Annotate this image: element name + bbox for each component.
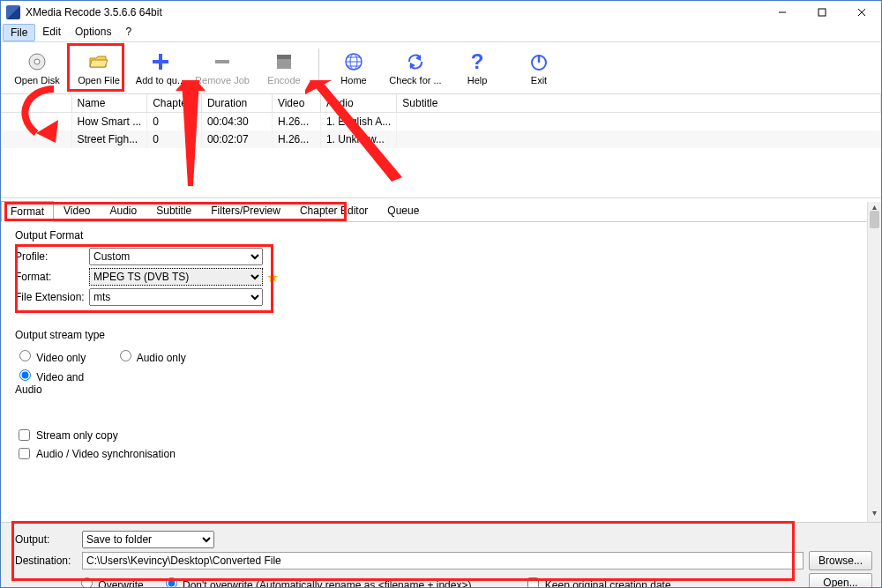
check-updates-button[interactable]: Check for ...: [385, 43, 446, 93]
menu-options[interactable]: Options: [68, 24, 118, 41]
maximize-button[interactable]: [802, 1, 841, 24]
vertical-scrollbar[interactable]: ▴ ▾: [867, 202, 881, 522]
output-mode-select[interactable]: Save to folder: [82, 531, 214, 548]
dont-overwrite-radio[interactable]: Don't overwrite (Automatically rename as…: [161, 575, 472, 589]
output-label: Output:: [15, 533, 77, 546]
app-icon: [6, 5, 20, 19]
svg-rect-7: [153, 60, 168, 63]
plus-icon: [149, 50, 172, 73]
profile-label: Profile:: [15, 250, 89, 263]
folder-open-icon: [87, 50, 110, 73]
video-and-audio-radio[interactable]: Video and Audio: [15, 367, 89, 396]
file-extension-select[interactable]: mts: [89, 288, 263, 306]
col-chapters[interactable]: Chapters: [147, 94, 202, 113]
globe-icon: [342, 50, 365, 73]
refresh-icon: [404, 50, 427, 73]
profile-select[interactable]: Custom: [89, 248, 263, 265]
col-name[interactable]: Name: [71, 94, 147, 113]
av-sync-checkbox[interactable]: Audio / Video synchronisation: [15, 445, 871, 462]
file-extension-label: File Extension:: [15, 291, 89, 303]
stream-type-title: Output stream type: [15, 325, 871, 345]
minimize-button[interactable]: [762, 1, 802, 24]
output-format-title: Output Format: [15, 226, 871, 245]
table-row[interactable]: Street Figh... 0 00:02:07 H.26... 1. Unk…: [1, 130, 881, 148]
svg-rect-9: [277, 59, 291, 69]
overwrite-radio[interactable]: Overwrite: [77, 575, 144, 589]
help-button[interactable]: ? Help: [446, 43, 508, 93]
remove-job-button[interactable]: Remove Job: [191, 43, 253, 93]
menu-edit[interactable]: Edit: [35, 24, 68, 41]
format-select[interactable]: MPEG TS (DVB TS): [89, 268, 263, 286]
clapperboard-icon: [273, 50, 295, 73]
stream-copy-checkbox[interactable]: Stream only copy: [15, 427, 871, 443]
minus-icon: [211, 50, 234, 73]
tab-video[interactable]: Video: [54, 200, 100, 221]
favorite-icon[interactable]: ★: [266, 269, 279, 286]
encode-button[interactable]: Encode: [253, 43, 315, 93]
col-duration[interactable]: Duration: [201, 94, 272, 113]
home-button[interactable]: Home: [323, 43, 385, 93]
tab-audio[interactable]: Audio: [101, 200, 147, 221]
col-video[interactable]: Video: [272, 94, 320, 113]
toolbar-separator: [318, 48, 319, 87]
col-subtitle[interactable]: Subtitle: [397, 94, 881, 113]
window-title: XMedia Recode 3.5.6.6 64bit: [26, 6, 162, 19]
toolbar: Open Disk Open File Add to qu... Remove …: [1, 41, 881, 94]
tab-filters[interactable]: Filters/Preview: [201, 200, 290, 221]
open-file-button[interactable]: Open File: [68, 43, 130, 93]
destination-label: Destination:: [15, 555, 77, 567]
tab-format[interactable]: Format: [1, 201, 54, 222]
tab-subtitle[interactable]: Subtitle: [146, 200, 201, 221]
keep-date-checkbox[interactable]: Keep original creation date: [524, 575, 670, 589]
file-list-area: Name Chapters Duration Video Audio Subti…: [1, 94, 881, 198]
tab-queue[interactable]: Queue: [377, 200, 429, 221]
video-only-radio[interactable]: Video only: [15, 347, 89, 364]
tabs-row: Format Video Audio Subtitle Filters/Prev…: [1, 198, 881, 222]
col-audio[interactable]: Audio: [320, 94, 396, 113]
destination-input[interactable]: [82, 552, 804, 569]
svg-point-5: [34, 59, 40, 64]
tab-chapters[interactable]: Chapter Editor: [290, 200, 377, 221]
exit-button[interactable]: Exit: [508, 43, 570, 93]
open-button[interactable]: Open...: [809, 573, 872, 588]
audio-only-radio[interactable]: Audio only: [116, 347, 190, 364]
table-row[interactable]: How Smart ... 0 00:04:30 H.26... 1. Engl…: [1, 113, 881, 131]
format-label: Format:: [15, 271, 89, 283]
format-panel: Output Format Profile: Custom Format: MP…: [1, 222, 881, 481]
svg-rect-1: [818, 9, 826, 16]
open-disk-button[interactable]: Open Disk: [6, 43, 68, 93]
question-icon: ?: [466, 50, 489, 73]
add-to-queue-button[interactable]: Add to qu...: [130, 43, 191, 93]
menu-bar: File Edit Options ?: [1, 24, 881, 41]
app-window: XMedia Recode 3.5.6.6 64bit File Edit Op…: [0, 0, 882, 588]
power-icon: [527, 50, 550, 73]
window-controls: [762, 1, 881, 24]
output-panel: Output: Save to folder Destination: Brow…: [1, 522, 881, 587]
title-bar: XMedia Recode 3.5.6.6 64bit: [1, 1, 881, 24]
disc-icon: [26, 50, 49, 73]
svg-rect-8: [215, 60, 229, 63]
file-list-table[interactable]: Name Chapters Duration Video Audio Subti…: [1, 94, 881, 148]
menu-file[interactable]: File: [3, 24, 35, 41]
browse-button[interactable]: Browse...: [809, 551, 872, 570]
close-button[interactable]: [841, 1, 881, 24]
menu-help[interactable]: ?: [118, 24, 138, 41]
